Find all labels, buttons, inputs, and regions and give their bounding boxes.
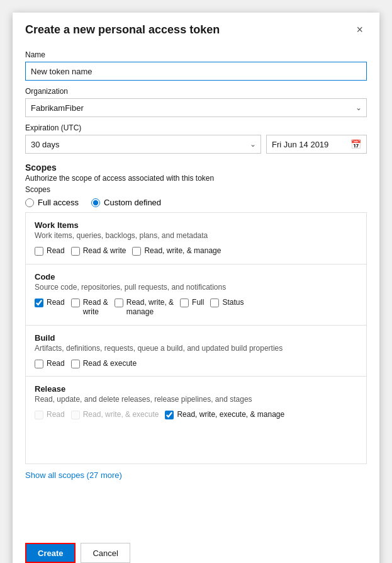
- wi-read-write-label: Read & write: [83, 246, 126, 256]
- wi-read-label: Read: [47, 246, 65, 256]
- dialog-header: Create a new personal access token ×: [13, 13, 379, 44]
- close-button[interactable]: ×: [352, 23, 367, 37]
- code-title: Code: [35, 272, 357, 282]
- work-items-options: Read Read & write Read, write, & manage: [35, 246, 357, 256]
- build-read-execute-checkbox[interactable]: [71, 360, 80, 368]
- cancel-button[interactable]: Cancel: [81, 543, 130, 563]
- code-read-write-label: Read &write: [83, 298, 108, 317]
- release-options: Read Read, write, & execute Read, write,…: [35, 410, 357, 420]
- release-desc: Read, update, and delete releases, relea…: [35, 395, 357, 404]
- release-read-option[interactable]: Read: [35, 410, 65, 420]
- scopes-scroll-area[interactable]: Work Items Work items, queries, backlogs…: [25, 212, 367, 464]
- release-title: Release: [35, 384, 357, 394]
- date-picker[interactable]: Fri Jun 14 2019 📅: [266, 135, 367, 154]
- code-read-checkbox[interactable]: [35, 299, 43, 307]
- show-all-scopes-link[interactable]: Show all scopes (27 more): [25, 470, 367, 480]
- release-read-label: Read: [47, 410, 65, 420]
- code-read-write-option[interactable]: Read &write: [71, 298, 108, 317]
- wi-read-write-checkbox[interactable]: [71, 247, 80, 256]
- expiration-select-wrapper: 30 days 60 days 90 days Custom ⌄: [25, 135, 261, 154]
- expiration-label: Expiration (UTC): [25, 123, 367, 132]
- code-status-label: Status: [222, 298, 244, 308]
- name-input[interactable]: [25, 62, 367, 81]
- release-full-checkbox[interactable]: [165, 411, 174, 419]
- name-label: Name: [25, 50, 367, 59]
- scope-radio-group: Full access Custom defined: [25, 198, 367, 207]
- code-status-option[interactable]: Status: [210, 298, 244, 308]
- custom-defined-option[interactable]: Custom defined: [91, 198, 161, 207]
- create-token-dialog: Create a new personal access token × Nam…: [13, 13, 379, 563]
- wi-read-write-manage-checkbox[interactable]: [132, 247, 141, 256]
- code-read-write-manage-label: Read, write, &manage: [126, 298, 174, 317]
- wi-read-write-manage-label: Read, write, & manage: [144, 246, 221, 256]
- wi-read-option[interactable]: Read: [35, 246, 65, 256]
- build-title: Build: [35, 333, 357, 343]
- work-items-title: Work Items: [35, 220, 357, 230]
- scope-section-release: Release Read, update, and delete release…: [26, 377, 366, 428]
- wi-read-checkbox[interactable]: [35, 247, 43, 256]
- dialog-footer: Create Cancel: [13, 537, 379, 563]
- scopes-title: Scopes: [25, 162, 367, 173]
- build-read-checkbox[interactable]: [35, 360, 43, 368]
- code-full-option[interactable]: Full: [180, 298, 204, 308]
- org-label: Organization: [25, 87, 367, 96]
- custom-defined-radio[interactable]: [91, 198, 100, 207]
- release-read-write-execute-option[interactable]: Read, write, & execute: [71, 410, 159, 420]
- code-full-label: Full: [192, 298, 204, 308]
- expiration-row: 30 days 60 days 90 days Custom ⌄ Fri Jun…: [25, 135, 367, 154]
- create-button[interactable]: Create: [25, 543, 76, 563]
- scope-section-code: Code Source code, repositories, pull req…: [26, 264, 366, 326]
- release-read-checkbox: [35, 411, 43, 419]
- org-select-wrapper: FabrikamFiber ⌄: [25, 98, 367, 117]
- code-read-label: Read: [47, 298, 65, 308]
- build-desc: Artifacts, definitions, requests, queue …: [35, 344, 357, 353]
- full-access-option[interactable]: Full access: [25, 198, 79, 207]
- org-select[interactable]: FabrikamFiber: [25, 98, 367, 117]
- scopes-section: Scopes Authorize the scope of access ass…: [25, 162, 367, 464]
- code-read-write-checkbox[interactable]: [71, 299, 80, 307]
- full-access-label: Full access: [38, 198, 79, 207]
- release-read-write-execute-checkbox: [71, 411, 80, 419]
- code-options: Read Read &write Read, write, &manage: [35, 298, 357, 317]
- expiration-select[interactable]: 30 days 60 days 90 days Custom: [25, 135, 261, 154]
- code-read-write-manage-option[interactable]: Read, write, &manage: [115, 298, 174, 317]
- code-desc: Source code, repositories, pull requests…: [35, 283, 357, 292]
- build-read-option[interactable]: Read: [35, 359, 65, 369]
- work-items-desc: Work items, queries, backlogs, plans, an…: [35, 231, 357, 240]
- wi-read-write-manage-option[interactable]: Read, write, & manage: [132, 246, 221, 256]
- custom-defined-label: Custom defined: [104, 198, 161, 207]
- scope-section-build: Build Artifacts, definitions, requests, …: [26, 326, 366, 377]
- scope-section-work-items: Work Items Work items, queries, backlogs…: [26, 213, 366, 264]
- build-options: Read Read & execute: [35, 359, 357, 369]
- scopes-sublabel: Scopes: [25, 185, 367, 194]
- code-read-write-manage-checkbox[interactable]: [115, 299, 123, 307]
- build-read-execute-label: Read & execute: [83, 359, 137, 369]
- dialog-body: Name Organization FabrikamFiber ⌄ Expira…: [13, 44, 379, 537]
- scopes-description: Authorize the scope of access associated…: [25, 174, 367, 183]
- build-read-execute-option[interactable]: Read & execute: [71, 359, 137, 369]
- dialog-title: Create a new personal access token: [25, 23, 220, 37]
- release-full-option[interactable]: Read, write, execute, & manage: [165, 410, 284, 420]
- release-full-label: Read, write, execute, & manage: [177, 410, 284, 420]
- full-access-radio[interactable]: [25, 198, 34, 207]
- build-read-label: Read: [47, 359, 65, 369]
- code-read-option[interactable]: Read: [35, 298, 65, 308]
- code-status-checkbox[interactable]: [210, 299, 219, 307]
- release-read-write-execute-label: Read, write, & execute: [83, 410, 159, 420]
- date-value: Fri Jun 14 2019: [272, 140, 345, 149]
- calendar-icon: 📅: [350, 139, 361, 149]
- wi-read-write-option[interactable]: Read & write: [71, 246, 126, 256]
- code-full-checkbox[interactable]: [180, 299, 189, 307]
